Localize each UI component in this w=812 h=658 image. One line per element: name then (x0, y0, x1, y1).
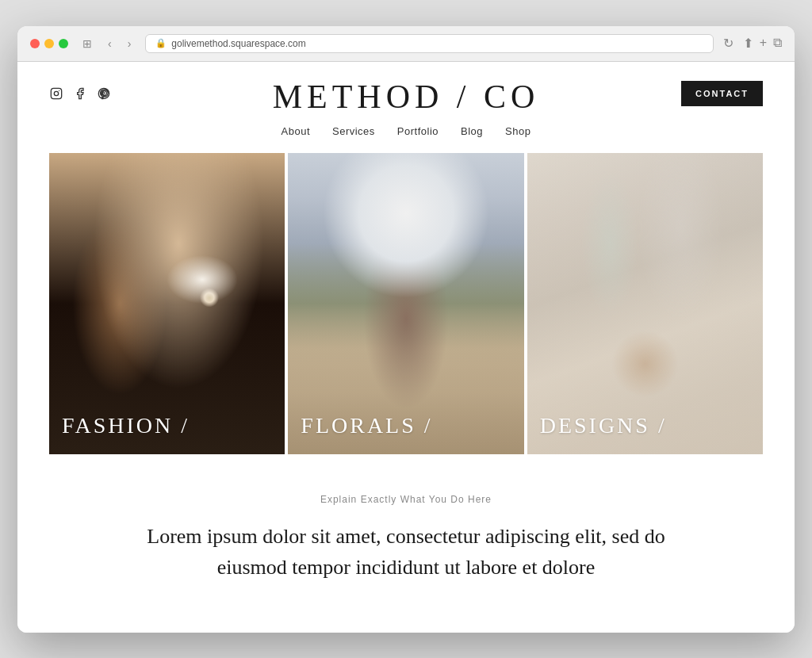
nav-item-about[interactable]: About (282, 125, 310, 137)
fashion-image (49, 153, 285, 454)
site-title: METHOD / CO (273, 78, 540, 116)
maximize-button[interactable] (59, 39, 68, 48)
minimize-button[interactable] (44, 39, 54, 48)
nav-item-services[interactable]: Services (332, 125, 375, 137)
designs-label: DESIGNS / (540, 413, 667, 438)
social-icons (49, 86, 111, 101)
fashion-label: FASHION / (62, 413, 190, 438)
contact-button[interactable]: CONTACT (681, 81, 763, 106)
browser-window: ⊞ ‹ › 🔒 golivemethod.squarespace.com ↻ ⬆… (17, 26, 795, 633)
nav-item-shop[interactable]: Shop (505, 125, 530, 137)
site-navigation: About Services Portfolio Blog Shop (49, 119, 763, 153)
back-icon[interactable]: ‹ (103, 36, 117, 52)
gallery-item-designs[interactable]: DESIGNS / (527, 153, 763, 454)
share-icon[interactable]: ⬆ (743, 36, 753, 51)
browser-chrome: ⊞ ‹ › 🔒 golivemethod.squarespace.com ↻ ⬆… (17, 26, 795, 62)
site-header: METHOD / CO CONTACT About Services Portf… (17, 62, 795, 153)
facebook-icon[interactable] (73, 86, 87, 101)
url-text: golivemethod.squarespace.com (171, 38, 305, 49)
florals-label: FLORALS / (301, 413, 432, 438)
svg-rect-0 (51, 88, 61, 98)
pinterest-icon[interactable] (97, 86, 111, 101)
section-subtitle: Explain Exactly What You Do Here (49, 494, 763, 505)
close-button[interactable] (30, 39, 40, 48)
browser-actions: ⬆ + ⧉ (743, 36, 782, 51)
designs-image (527, 153, 763, 454)
svg-point-2 (59, 90, 59, 90)
forward-icon[interactable]: › (123, 36, 136, 52)
header-top: METHOD / CO CONTACT (49, 81, 763, 119)
gallery-item-florals[interactable]: FLORALS / (288, 153, 523, 454)
section-below: Explain Exactly What You Do Here Lorem i… (17, 454, 795, 606)
nav-item-portfolio[interactable]: Portfolio (397, 125, 439, 137)
image-gallery: FASHION / FLORALS / DESIGNS / (49, 153, 763, 454)
section-body-text: Lorem ipsum dolor sit amet, consectetur … (136, 521, 676, 583)
website-content: METHOD / CO CONTACT About Services Portf… (17, 62, 795, 633)
svg-point-1 (54, 91, 58, 95)
address-bar[interactable]: 🔒 golivemethod.squarespace.com (145, 34, 713, 53)
refresh-icon[interactable]: ↻ (723, 36, 733, 51)
gallery-item-fashion[interactable]: FASHION / (49, 153, 285, 454)
browser-controls: ⊞ ‹ › (78, 36, 136, 52)
tabs-icon[interactable]: ⧉ (773, 36, 782, 51)
instagram-icon[interactable] (49, 86, 63, 101)
florals-image (288, 153, 523, 454)
traffic-lights (30, 39, 68, 48)
lock-icon: 🔒 (155, 38, 167, 48)
sidebar-toggle-icon[interactable]: ⊞ (78, 36, 97, 52)
nav-item-blog[interactable]: Blog (461, 125, 483, 137)
add-tab-icon[interactable]: + (760, 36, 767, 51)
